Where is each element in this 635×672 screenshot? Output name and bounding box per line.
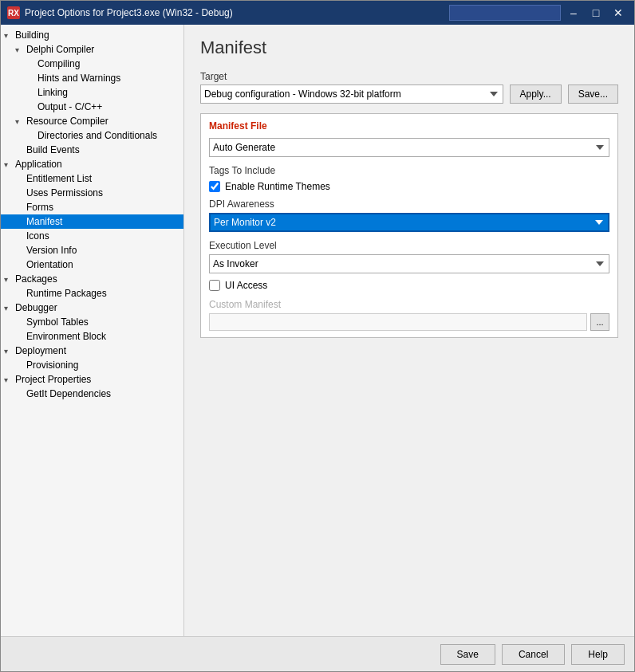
sidebar-item-label-orientation: Orientation bbox=[26, 259, 73, 270]
help-button[interactable]: Help bbox=[571, 644, 625, 665]
ui-access-label: UI Access bbox=[225, 280, 267, 291]
tags-label: Tags To Include bbox=[209, 165, 609, 176]
sidebar-item-label-icons: Icons bbox=[26, 230, 49, 242]
sidebar-item-label-delphi-compiler: Delphi Compiler bbox=[26, 44, 94, 55]
sidebar-item-project-properties[interactable]: ▾Project Properties bbox=[1, 372, 183, 387]
titlebar: RX Project Options for Project3.exe (Win… bbox=[1, 1, 634, 25]
sidebar-item-label-hints-warnings: Hints and Warnings bbox=[37, 73, 120, 84]
panel-header: Manifest bbox=[184, 25, 634, 65]
sidebar-item-label-deployment: Deployment bbox=[15, 345, 66, 356]
sidebar-item-forms[interactable]: Forms bbox=[1, 200, 183, 214]
sidebar-item-label-forms: Forms bbox=[26, 202, 53, 213]
ui-access-row: UI Access bbox=[209, 280, 609, 291]
execution-level-dropdown[interactable]: As InvokerHighest AvailableRequire Admin… bbox=[209, 254, 609, 273]
auto-generate-dropdown[interactable]: Auto GenerateCustom bbox=[209, 138, 609, 157]
titlebar-search-input[interactable] bbox=[449, 5, 561, 21]
sidebar-item-version-info[interactable]: Version Info bbox=[1, 243, 183, 257]
sidebar-item-symbol-tables[interactable]: Symbol Tables bbox=[1, 315, 183, 329]
sidebar-item-orientation[interactable]: Orientation bbox=[1, 257, 183, 272]
sidebar-item-label-manifest: Manifest bbox=[26, 216, 62, 227]
custom-manifest-browse-button[interactable]: ... bbox=[590, 313, 609, 331]
sidebar-item-build-events[interactable]: Build Events bbox=[1, 143, 183, 157]
enable-runtime-themes-label: Enable Runtime Themes bbox=[225, 181, 330, 192]
enable-runtime-themes-checkbox[interactable] bbox=[209, 181, 220, 192]
sidebar-item-getit-dependencies[interactable]: GetIt Dependencies bbox=[1, 387, 183, 401]
sidebar-item-environment-block[interactable]: Environment Block bbox=[1, 329, 183, 344]
sidebar-item-output-cpp[interactable]: Output - C/C++ bbox=[1, 100, 183, 114]
sidebar-item-manifest[interactable]: Manifest bbox=[1, 214, 183, 229]
sidebar-item-provisioning[interactable]: Provisioning bbox=[1, 358, 183, 372]
tree-container: ▾Building▾Delphi CompilerCompilingHints … bbox=[1, 28, 183, 401]
apply-button[interactable]: Apply... bbox=[510, 84, 562, 104]
sidebar-item-debugger[interactable]: ▾Debugger bbox=[1, 301, 183, 315]
cancel-button[interactable]: Cancel bbox=[502, 644, 565, 665]
sidebar-item-label-symbol-tables: Symbol Tables bbox=[26, 316, 89, 328]
sidebar-item-label-debugger: Debugger bbox=[15, 302, 57, 313]
sidebar-item-label-entitlement-list: Entitlement List bbox=[26, 173, 92, 184]
minimize-button[interactable]: – bbox=[564, 3, 583, 22]
sidebar-item-compiling[interactable]: Compiling bbox=[1, 57, 183, 71]
sidebar-item-label-directories-conditionals: Directories and Conditionals bbox=[37, 130, 157, 141]
custom-manifest-row: ... bbox=[209, 313, 609, 331]
target-field: Target Debug configuration - Windows 32-… bbox=[200, 71, 618, 104]
footer: Save Cancel Help bbox=[1, 636, 634, 671]
sidebar-item-deployment[interactable]: ▾Deployment bbox=[1, 344, 183, 358]
save-config-button[interactable]: Save... bbox=[568, 84, 618, 104]
sidebar-item-building[interactable]: ▾Building bbox=[1, 28, 183, 42]
sidebar-item-label-provisioning: Provisioning bbox=[26, 360, 78, 371]
sidebar-item-label-resource-compiler: Resource Compiler bbox=[26, 116, 108, 127]
sidebar-item-application[interactable]: ▾Application bbox=[1, 157, 183, 171]
sidebar-item-label-project-properties: Project Properties bbox=[15, 374, 91, 385]
sidebar-item-label-building: Building bbox=[15, 29, 49, 41]
save-button[interactable]: Save bbox=[440, 644, 495, 665]
enable-runtime-themes-row: Enable Runtime Themes bbox=[209, 181, 609, 192]
dpi-awareness-label: DPI Awareness bbox=[209, 198, 609, 210]
sidebar-item-directories-conditionals[interactable]: Directories and Conditionals bbox=[1, 128, 183, 143]
sidebar-item-label-compiling: Compiling bbox=[37, 58, 80, 69]
custom-manifest-label: Custom Manifest bbox=[209, 299, 609, 310]
sidebar-item-packages[interactable]: ▾Packages bbox=[1, 272, 183, 286]
sidebar-item-icons[interactable]: Icons bbox=[1, 229, 183, 243]
content-area: ▾Building▾Delphi CompilerCompilingHints … bbox=[1, 25, 634, 636]
target-label: Target bbox=[200, 71, 618, 82]
sidebar-item-entitlement-list[interactable]: Entitlement List bbox=[1, 171, 183, 186]
main-panel: Manifest Target Debug configuration - Wi… bbox=[184, 25, 634, 636]
manifest-file-section: Manifest File Auto GenerateCustom Tags T… bbox=[200, 113, 618, 338]
sidebar-item-label-application: Application bbox=[15, 159, 62, 170]
sidebar-item-label-packages: Packages bbox=[15, 273, 57, 285]
manifest-file-title: Manifest File bbox=[209, 120, 609, 132]
sidebar: ▾Building▾Delphi CompilerCompilingHints … bbox=[1, 25, 184, 636]
sidebar-item-hints-warnings[interactable]: Hints and Warnings bbox=[1, 71, 183, 85]
sidebar-item-label-runtime-packages: Runtime Packages bbox=[26, 288, 107, 299]
custom-manifest-input[interactable] bbox=[209, 313, 587, 331]
window-title: Project Options for Project3.exe (Win32 … bbox=[25, 7, 449, 18]
panel-body: Target Debug configuration - Windows 32-… bbox=[184, 65, 634, 636]
ui-access-checkbox[interactable] bbox=[209, 280, 220, 291]
panel-title: Manifest bbox=[200, 37, 618, 58]
sidebar-item-resource-compiler[interactable]: ▾Resource Compiler bbox=[1, 114, 183, 128]
app-icon: RX bbox=[7, 6, 20, 19]
sidebar-item-label-output-cpp: Output - C/C++ bbox=[37, 101, 102, 112]
sidebar-item-label-build-events: Build Events bbox=[26, 144, 80, 155]
target-dropdown[interactable]: Debug configuration - Windows 32-bit pla… bbox=[200, 84, 503, 104]
auto-generate-field: Auto GenerateCustom bbox=[209, 138, 609, 157]
dpi-awareness-dropdown[interactable]: Per Monitor v2Per MonitorSystemNone bbox=[209, 213, 609, 232]
maximize-button[interactable]: □ bbox=[586, 3, 605, 22]
main-window: RX Project Options for Project3.exe (Win… bbox=[0, 0, 635, 672]
sidebar-item-label-uses-permissions: Uses Permissions bbox=[26, 187, 103, 198]
sidebar-item-label-version-info: Version Info bbox=[26, 245, 77, 256]
sidebar-item-delphi-compiler[interactable]: ▾Delphi Compiler bbox=[1, 42, 183, 57]
sidebar-item-linking[interactable]: Linking bbox=[1, 85, 183, 100]
sidebar-item-runtime-packages[interactable]: Runtime Packages bbox=[1, 286, 183, 301]
sidebar-item-label-getit-dependencies: GetIt Dependencies bbox=[26, 388, 111, 399]
titlebar-controls: – □ ✕ bbox=[449, 3, 628, 22]
execution-level-label: Execution Level bbox=[209, 240, 609, 251]
sidebar-item-label-environment-block: Environment Block bbox=[26, 331, 106, 342]
close-button[interactable]: ✕ bbox=[609, 3, 628, 22]
target-row: Debug configuration - Windows 32-bit pla… bbox=[200, 84, 618, 104]
sidebar-item-uses-permissions[interactable]: Uses Permissions bbox=[1, 186, 183, 200]
sidebar-item-label-linking: Linking bbox=[37, 87, 68, 98]
